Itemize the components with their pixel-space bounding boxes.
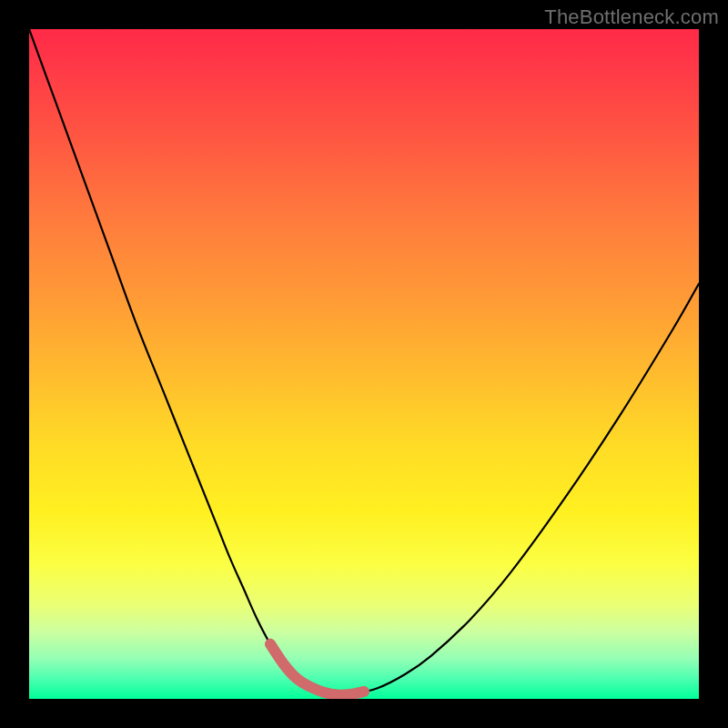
flat-bottom-segment: [270, 644, 364, 695]
chart-outer-frame: TheBottleneck.com: [0, 0, 728, 728]
watermark-text: TheBottleneck.com: [544, 5, 719, 29]
bottleneck-curve: [29, 29, 699, 695]
chart-svg: [29, 29, 699, 699]
